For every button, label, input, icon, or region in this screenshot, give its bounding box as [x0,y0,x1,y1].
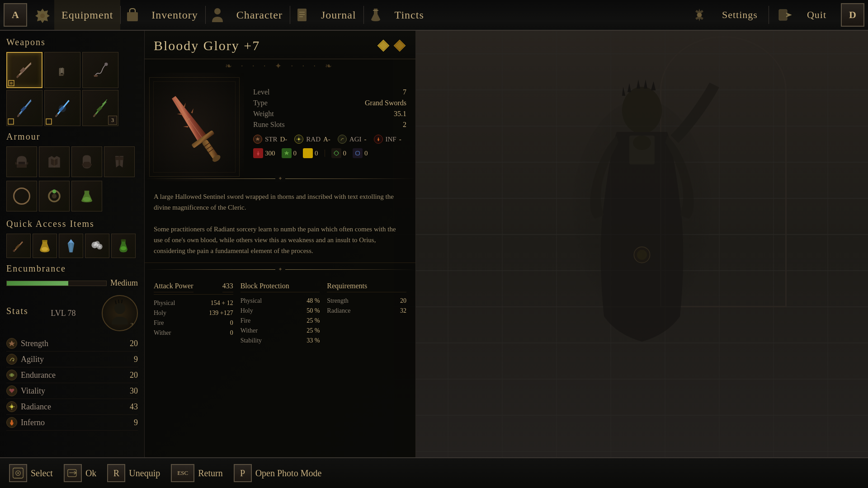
svg-rect-43 [17,164,27,167]
rad-attr: RAD A- [294,135,330,144]
stat-endurance-value: 20 [130,371,138,380]
item-name: Bloody Glory +7 [154,38,260,53]
weapon-slot-3[interactable] [82,52,118,88]
extra1-icon [331,148,341,158]
inf-attr: INF - [374,135,401,144]
nav-item-equipment[interactable]: Equipment [54,0,120,30]
armor-slot-ring2[interactable] [39,181,70,211]
weapon-slot-6[interactable]: 3 [82,90,118,126]
stat-row-vitality: Vitality 30 [6,383,138,399]
weapon-slot-3-content [87,56,114,84]
weapon-slot-4[interactable] [6,90,42,126]
nav-item-settings-label: Settings [722,9,758,21]
svg-line-57 [16,245,19,248]
weapon-slot-2[interactable] [44,52,80,88]
armor-grid-top [6,146,138,177]
nav-item-journal-label: Journal [321,9,356,21]
ring-icon-1 [13,188,30,205]
str-grade: D- [280,136,288,143]
nav-item-character[interactable]: Character [229,0,290,30]
weapon-slot-5[interactable] [44,90,80,126]
armor-slot-legs[interactable] [104,146,135,177]
svg-marker-5 [651,81,656,90]
armor-slot-ring1[interactable] [6,181,37,211]
physical-atk-value: 154 + 12 [211,300,233,307]
attack-power-col: Attack Power 433 Physical 154 + 12 Holy … [154,282,233,346]
nav-item-journal[interactable]: Journal [314,0,363,30]
strength-req-row: Strength 20 [327,296,406,306]
svg-line-72 [118,300,119,303]
type-row: Type Grand Swords [253,98,406,108]
inf-label: INF [386,136,396,143]
description-para-2: Some practitioners of Radiant sorcery le… [154,224,406,256]
svg-marker-6 [622,87,625,96]
armor-slot-helmet[interactable] [6,146,37,177]
holy-block-value: 50 % [307,307,320,314]
svg-rect-69 [121,239,126,241]
svg-marker-101 [284,151,289,155]
nav-item-quit[interactable]: Quit [800,9,834,21]
stat-radiance-name: Radiance [21,402,126,412]
armor-slot-flask[interactable] [71,181,102,211]
strength-req-value: 20 [400,297,406,305]
stats-level: LVL 78 [51,309,75,318]
armor-slot-chest[interactable] [39,146,70,177]
stat-agility-value: 9 [134,355,138,364]
svg-rect-25 [16,75,20,78]
svg-rect-33 [17,113,20,117]
quick-slot-3[interactable] [59,234,83,258]
esc-key: ESC [171,464,194,482]
svg-point-67 [99,245,101,248]
stat-strength-name: Strength [21,339,126,348]
weapons-section-title: Weapons [6,37,138,47]
fire-block-value: 25 % [307,317,320,324]
svg-line-41 [98,107,101,111]
weapon-slot-4-content [11,94,38,122]
nav-item-character-label: Character [236,9,283,21]
select-action: Select [9,464,53,482]
wither-atk-row: Wither 0 [154,328,233,338]
svg-rect-12 [127,12,138,21]
wither-block-value: 25 % [307,327,320,334]
type-label: Type [253,99,268,107]
quick-slot-2[interactable] [33,234,57,258]
quick-slot-5[interactable] [111,234,136,258]
rune-slots-label: Rune Slots [253,121,285,129]
attack-power-header: Attack Power [154,282,193,292]
svg-rect-42 [93,113,96,117]
fire-atk-value: 0 [230,319,233,327]
quick-slot-4[interactable] [85,234,109,258]
slot-indicator-5 [46,118,52,125]
inf-icon [374,135,383,144]
str-label: STR [265,136,278,143]
inf-grade: - [399,136,401,143]
stability-block-row: Stability 33 % [241,336,320,346]
block-protection-col: Block Protection Physical 48 % Holy 50 %… [241,282,320,346]
nav-item-settings[interactable]: Settings [715,9,765,21]
holy-atk-row: Holy 139 +127 [154,308,233,318]
quick-slot-1[interactable] [6,234,31,258]
ok-action: Ok [64,464,96,482]
weapon-slot-1[interactable] [6,52,42,88]
svg-line-71 [115,300,116,304]
holy-atk-value: 139 +127 [209,310,233,317]
svg-point-55 [83,197,90,202]
physical-atk-row: Physical 154 + 12 [154,298,233,308]
nav-item-tincts[interactable]: Tincts [387,0,431,30]
nav-key-d[interactable]: D [841,3,864,27]
left-panel: Weapons [0,31,145,457]
nav-key-a[interactable]: A [4,3,27,27]
journal-nav-icon [292,5,312,25]
svg-point-104 [17,472,19,474]
level-row: Level 7 [253,87,406,98]
level-label: Level [253,88,269,96]
svg-point-11 [40,14,45,18]
divider-1 [145,175,415,182]
bottom-stats-grid: Attack Power 433 Physical 154 + 12 Holy … [145,276,415,352]
armor-slot-gauntlets[interactable] [71,146,102,177]
stat-row-strength: Strength 20 [6,336,138,352]
svg-point-27 [10,82,13,84]
nav-item-inventory[interactable]: Inventory [144,0,205,30]
weight-row: Weight 35.1 [253,108,406,119]
weapon-slot-2-content [49,56,76,84]
